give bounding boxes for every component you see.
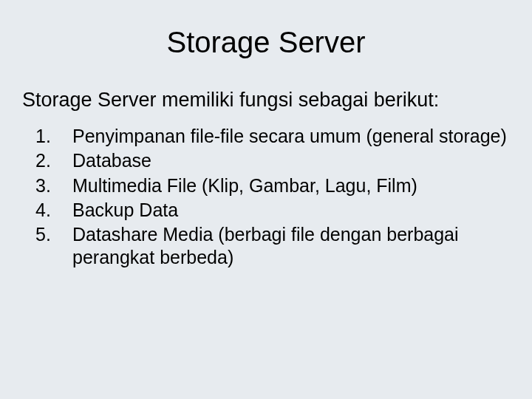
list-item: Multimedia File (Klip, Gambar, Lagu, Fil… (22, 174, 510, 197)
list-item: Penyimpanan file-file secara umum (gener… (22, 125, 510, 148)
list-item: Database (22, 149, 510, 172)
list-item: Datashare Media (berbagi file dengan ber… (22, 223, 510, 270)
slide: Storage Server Storage Server memiliki f… (0, 0, 532, 399)
function-list: Penyimpanan file-file secara umum (gener… (22, 125, 510, 270)
intro-text: Storage Server memiliki fungsi sebagai b… (22, 89, 510, 112)
list-item: Backup Data (22, 199, 510, 222)
slide-title: Storage Server (22, 26, 510, 59)
